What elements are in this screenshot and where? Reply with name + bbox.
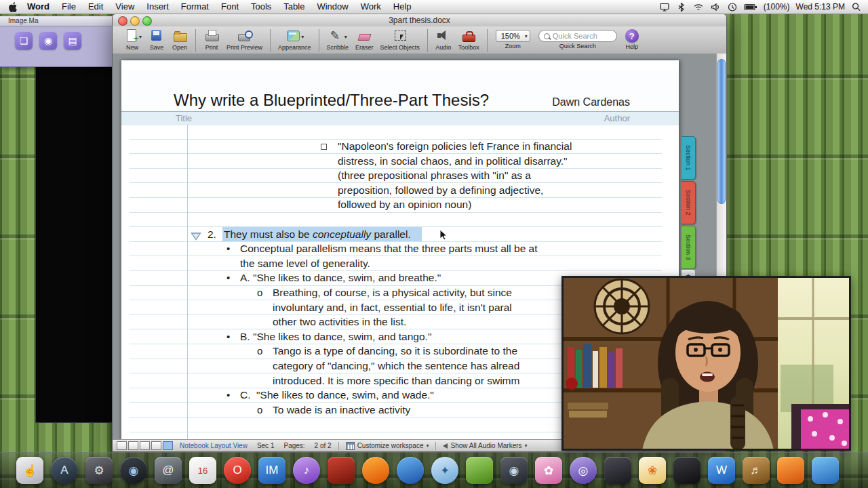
new-button[interactable]: ▾New: [123, 28, 142, 52]
purple-folder-icon[interactable]: ❏: [15, 32, 33, 49]
customize-workspace-button[interactable]: Customize workspace: [346, 442, 429, 450]
dock-dvd-player[interactable]: ◎: [570, 457, 597, 484]
line-text: To wade is an inactive activity: [273, 403, 410, 418]
dock-dark-utility[interactable]: [604, 457, 631, 484]
dock-photo-booth[interactable]: ◉: [500, 457, 528, 484]
draft-view-icon[interactable]: [117, 441, 127, 450]
select-objects-button[interactable]: Select Objects: [380, 28, 420, 52]
doc-line: 2.They must also be conceptually paralle…: [121, 227, 679, 242]
dock-green-app[interactable]: [466, 457, 493, 484]
battery-percent[interactable]: (100%): [764, 2, 790, 12]
print-preview-button[interactable]: Print Preview: [226, 28, 262, 52]
time-machine-icon[interactable]: [727, 2, 738, 12]
menu-tools[interactable]: Tools: [245, 0, 277, 14]
open-button[interactable]: Open: [172, 28, 188, 52]
quick-search[interactable]: Quick Search Quick Search: [538, 28, 617, 49]
line-text: preposition, followed by a defining adje…: [338, 183, 543, 198]
dock-opera[interactable]: O: [224, 457, 251, 484]
menu-view[interactable]: View: [109, 0, 140, 14]
eraser-button[interactable]: Eraser: [355, 28, 374, 52]
dot-bullet: •: [226, 329, 230, 344]
toolbar-label: Open: [172, 44, 187, 51]
dock-mail[interactable]: @: [155, 457, 182, 484]
purple-camera-icon[interactable]: ◉: [39, 32, 57, 49]
wifi-icon[interactable]: [693, 2, 704, 12]
purple-photos-icon[interactable]: ▤: [64, 32, 81, 49]
spotlight-icon[interactable]: [851, 2, 861, 12]
apple-menu[interactable]: [0, 2, 21, 12]
volume-icon[interactable]: [710, 2, 721, 12]
dock-hand-app[interactable]: ☝: [16, 457, 43, 484]
dock-blue-globe-app[interactable]: [397, 457, 424, 484]
dock-garageband[interactable]: ♬: [743, 457, 770, 484]
display-icon[interactable]: [659, 2, 670, 12]
search-input[interactable]: Quick Search: [538, 30, 617, 42]
dock-orange-app[interactable]: [777, 457, 804, 484]
line-text: other two activities in the list.: [273, 314, 406, 329]
notebook-view-icon[interactable]: [163, 441, 173, 450]
dock-app-store[interactable]: A: [51, 457, 78, 484]
menu-work[interactable]: Work: [355, 0, 387, 14]
page-layout-view-icon[interactable]: [140, 441, 150, 450]
line-text: distress, in social chaos, and in politi…: [338, 154, 568, 169]
toolbar-buttons: ▾NewSaveOpenPrintPrint Preview▾Appearanc…: [119, 28, 492, 52]
dock-im-client[interactable]: IM: [258, 457, 285, 484]
zoom-value[interactable]: 150%: [496, 30, 530, 42]
dock-iphoto[interactable]: ✿: [535, 457, 562, 484]
web-layout-view-icon[interactable]: [151, 441, 161, 450]
dock-photos-app[interactable]: ❀: [639, 457, 666, 484]
toolbar-label: Appearance: [278, 44, 311, 51]
menu-clock[interactable]: Wed 5:13 PM: [796, 2, 845, 12]
dock-blue-app[interactable]: [812, 457, 839, 484]
image-app-window[interactable]: Image Ma ❏◉▤: [0, 16, 116, 67]
audio-markers-button[interactable]: Show All Audio Markers: [443, 442, 527, 449]
toolbar-label: Scribble: [327, 44, 349, 51]
section-tab-3[interactable]: Section 3: [682, 226, 696, 269]
menu-window[interactable]: Window: [311, 0, 354, 14]
print-button[interactable]: Print: [203, 28, 220, 52]
section-tab-2[interactable]: Section 2: [682, 181, 696, 224]
help-button[interactable]: ? Help: [625, 28, 639, 50]
toolbox-button[interactable]: Toolbox: [458, 28, 479, 52]
dock-camera-lens-app[interactable]: ◉: [120, 457, 147, 484]
menu-edit[interactable]: Edit: [82, 0, 109, 14]
menu-insert[interactable]: Insert: [140, 0, 175, 14]
line-text: the same level of generality.: [240, 256, 370, 271]
scribble-button[interactable]: ▾Scribble: [327, 28, 349, 52]
menu-format[interactable]: Format: [175, 0, 215, 14]
appearance-button[interactable]: ▾Appearance: [278, 28, 311, 52]
window-title: 3part thesis.docx: [113, 14, 726, 26]
apple-decor: [566, 378, 578, 390]
dock-red-utility[interactable]: [328, 457, 355, 484]
mini-window-title: Image Ma: [0, 16, 115, 26]
menu-table[interactable]: Table: [277, 0, 311, 14]
audio-button[interactable]: Audio: [435, 28, 452, 52]
menu-help[interactable]: Help: [387, 0, 418, 14]
toolbar-separator: [270, 29, 271, 52]
dock-word-app[interactable]: W: [708, 457, 735, 484]
dock-itunes[interactable]: ♪: [293, 457, 320, 484]
line-text: category of "dancing," which the sentenc…: [273, 359, 519, 373]
menu-file[interactable]: File: [56, 0, 82, 14]
zoom-control[interactable]: 150% Zoom: [496, 28, 530, 49]
dock-system-preferences[interactable]: ⚙: [85, 457, 113, 484]
dock-calendar[interactable]: 16: [189, 457, 216, 484]
dock-safari[interactable]: ✦: [431, 457, 458, 484]
menu-word[interactable]: Word: [21, 0, 56, 14]
help-icon[interactable]: ?: [625, 29, 639, 43]
outline-view-icon[interactable]: [128, 441, 138, 450]
menu-font[interactable]: Font: [215, 0, 245, 14]
search-placeholder: Quick Search: [553, 32, 597, 40]
toolbar-separator: [487, 29, 488, 52]
author-label: Author: [604, 112, 630, 125]
battery-icon[interactable]: [744, 3, 757, 12]
dock-firefox[interactable]: [362, 457, 389, 484]
bluetooth-icon[interactable]: [676, 2, 687, 12]
woven-basket: [595, 279, 649, 333]
dock-camera-app[interactable]: [673, 457, 701, 484]
scrollbar-thumb[interactable]: [717, 59, 726, 204]
save-button[interactable]: Save: [149, 28, 165, 52]
word-titlebar[interactable]: 3part thesis.docx: [113, 14, 726, 27]
background-black-window[interactable]: [35, 20, 114, 423]
section-tab-1[interactable]: Section 1: [682, 136, 696, 180]
